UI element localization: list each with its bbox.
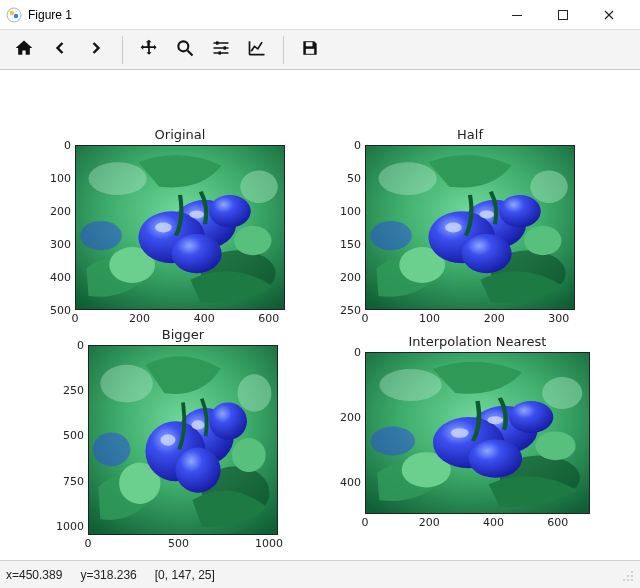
svg-point-27: [623, 579, 625, 581]
svg-point-28: [627, 579, 629, 581]
resize-grip-icon[interactable]: [620, 568, 634, 582]
home-icon: [14, 38, 34, 61]
x-tick-label: 100: [419, 310, 440, 325]
svg-point-1: [10, 10, 14, 14]
x-tick-label: 200: [129, 310, 150, 325]
x-tick-label: 600: [547, 514, 568, 529]
x-tick-label: 200: [419, 514, 440, 529]
arrow-left-icon: [50, 38, 70, 61]
svg-point-24: [631, 571, 633, 573]
axes-image[interactable]: [365, 352, 590, 514]
axes-image[interactable]: [88, 345, 278, 535]
x-tick-label: 300: [548, 310, 569, 325]
svg-rect-4: [559, 10, 568, 19]
x-tick-label: 1000: [255, 535, 283, 550]
y-tick-label: 750: [63, 474, 88, 487]
svg-point-0: [7, 8, 21, 22]
y-tick-label: 400: [340, 475, 365, 488]
svg-rect-9: [306, 42, 313, 46]
x-tick-label: 600: [258, 310, 279, 325]
x-tick-label: 200: [484, 310, 505, 325]
y-tick-label: 250: [63, 384, 88, 397]
sliders-icon: [211, 38, 231, 61]
forward-button[interactable]: [79, 33, 113, 67]
y-tick-label: 150: [340, 238, 365, 251]
edit-axis-button[interactable]: [240, 33, 274, 67]
y-tick-label: 0: [354, 139, 365, 152]
pan-icon: [139, 38, 159, 61]
window-close-button[interactable]: [586, 0, 632, 30]
y-tick-label: 200: [340, 410, 365, 423]
y-tick-label: 100: [50, 172, 75, 185]
window-minimize-button[interactable]: [494, 0, 540, 30]
app-icon: [6, 7, 22, 23]
line-chart-icon: [247, 38, 267, 61]
x-tick-label: 400: [483, 514, 504, 529]
save-icon: [300, 38, 320, 61]
y-tick-label: 1000: [56, 519, 88, 532]
x-tick-label: 0: [72, 310, 79, 325]
subplot-title: Original: [75, 127, 285, 142]
x-tick-label: 0: [362, 310, 369, 325]
zoom-button[interactable]: [168, 33, 202, 67]
x-tick-label: 0: [362, 514, 369, 529]
toolbar-separator: [283, 36, 284, 64]
x-tick-label: 500: [168, 535, 189, 550]
y-tick-label: 50: [347, 172, 365, 185]
svg-rect-8: [219, 51, 222, 54]
toolbar: [0, 30, 640, 70]
figure-canvas[interactable]: Original 01002003004005000200400600 Half…: [0, 70, 640, 560]
svg-rect-3: [512, 15, 522, 16]
y-tick-label: 300: [50, 238, 75, 251]
y-tick-label: 0: [64, 139, 75, 152]
home-button[interactable]: [7, 33, 41, 67]
subplot-bigger: Bigger 0250500750100005001000: [88, 345, 278, 535]
status-bar: x=450.389 y=318.236 [0, 147, 25]: [0, 560, 640, 588]
subplot-title: Half: [365, 127, 575, 142]
y-tick-label: 400: [50, 271, 75, 284]
window-title: Figure 1: [28, 8, 72, 22]
pan-button[interactable]: [132, 33, 166, 67]
svg-rect-10: [306, 49, 314, 54]
y-tick-label: 0: [77, 339, 88, 352]
status-x: x=450.389: [6, 568, 62, 582]
y-tick-label: 500: [63, 429, 88, 442]
arrow-right-icon: [86, 38, 106, 61]
svg-point-2: [14, 13, 18, 17]
subplot-original: Original 01002003004005000200400600: [75, 145, 285, 310]
axes-image[interactable]: [75, 145, 285, 310]
svg-point-25: [627, 575, 629, 577]
status-y: y=318.236: [80, 568, 136, 582]
subplot-half: Half 0501001502002500100200300: [365, 145, 575, 310]
subplot-interpolation-nearest: Interpolation Nearest 02004000200400600: [365, 352, 590, 514]
y-tick-label: 0: [354, 346, 365, 359]
svg-rect-7: [224, 46, 227, 49]
window-maximize-button[interactable]: [540, 0, 586, 30]
y-tick-label: 200: [50, 205, 75, 218]
subplot-title: Interpolation Nearest: [365, 334, 590, 349]
status-rgb: [0, 147, 25]: [155, 568, 215, 582]
x-tick-label: 400: [194, 310, 215, 325]
subplot-title: Bigger: [88, 327, 278, 342]
svg-rect-6: [216, 41, 219, 44]
y-tick-label: 100: [340, 205, 365, 218]
window-titlebar: Figure 1: [0, 0, 640, 30]
zoom-icon: [175, 38, 195, 61]
axes-image[interactable]: [365, 145, 575, 310]
svg-point-5: [178, 41, 188, 51]
configure-subplots-button[interactable]: [204, 33, 238, 67]
svg-point-26: [631, 575, 633, 577]
svg-point-29: [631, 579, 633, 581]
back-button[interactable]: [43, 33, 77, 67]
x-tick-label: 0: [85, 535, 92, 550]
y-tick-label: 200: [340, 271, 365, 284]
toolbar-separator: [122, 36, 123, 64]
save-button[interactable]: [293, 33, 327, 67]
